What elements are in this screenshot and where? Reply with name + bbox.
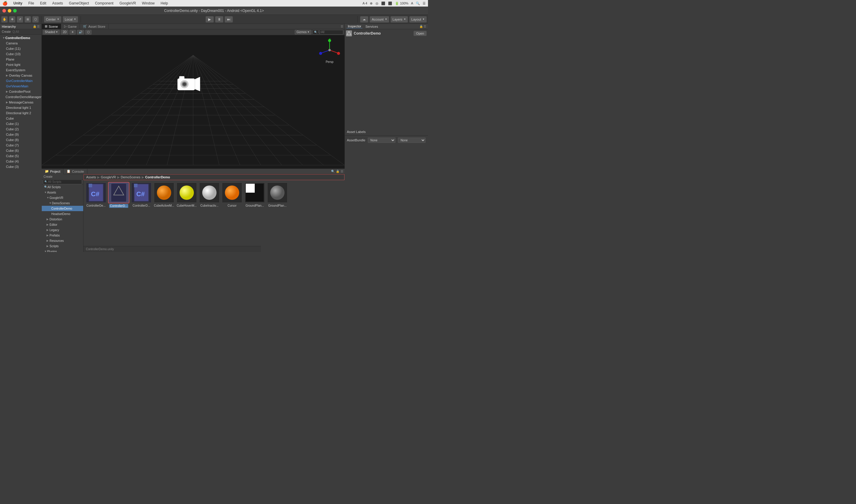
tool-hand[interactable]: ✋ xyxy=(1,16,8,23)
menu-help[interactable]: Help xyxy=(160,1,170,5)
layout-dropdown[interactable]: Layout ▼ xyxy=(409,16,427,23)
maximize-button[interactable] xyxy=(13,9,17,13)
asset-item-controllerd-unity[interactable]: ControllerD... xyxy=(109,182,129,208)
tree-gvr-viewer[interactable]: GvrViewerMain xyxy=(0,84,41,89)
project-demoscenes[interactable]: ▼ DemoScenes xyxy=(42,200,83,206)
asset-item-cube-inactive[interactable]: CubeInactiv... xyxy=(199,182,219,207)
hierarchy-menu-icon[interactable]: ☰ xyxy=(37,25,40,28)
hierarchy-tab[interactable]: Hierarchy xyxy=(2,25,16,28)
step-button[interactable]: ⏭ xyxy=(225,16,233,23)
tree-cube2[interactable]: Cube (2) xyxy=(0,126,41,132)
shaded-dropdown[interactable]: Shaded ▼ xyxy=(43,30,60,35)
gizmos-dropdown[interactable]: Gizmos ▼ xyxy=(295,30,311,35)
scene-search-bar[interactable]: 🔍 xyxy=(313,30,343,35)
audio-toggle[interactable]: 🔊 xyxy=(77,30,84,35)
hierarchy-create-btn[interactable]: Create xyxy=(1,30,11,33)
tree-cube11[interactable]: Cube (11) xyxy=(0,46,41,51)
menu-file[interactable]: File xyxy=(27,1,35,5)
breadcrumb-googlevr[interactable]: GoogleVR xyxy=(101,175,116,179)
scene-panel-menu[interactable]: ☰ xyxy=(341,25,343,28)
tab-console[interactable]: 📋 Console xyxy=(64,169,87,174)
project-scripts[interactable]: ▶ Scripts xyxy=(42,244,83,249)
project-headsetdemo[interactable]: HeadsetDemo xyxy=(42,211,83,217)
inspector-menu-icon[interactable]: ☰ xyxy=(424,25,426,28)
tree-cube4[interactable]: Cube (4) xyxy=(0,159,41,164)
project-resources[interactable]: ▶ Resources xyxy=(42,238,83,244)
tree-dir-light-2[interactable]: Directional light 2 xyxy=(0,110,41,116)
scene-viewport[interactable]: Y X Z Persp xyxy=(42,35,344,168)
tree-gvr-controller[interactable]: GvrControllerMain xyxy=(0,78,41,84)
menu-unity[interactable]: Unity xyxy=(12,1,23,5)
tree-cube7[interactable]: Cube (7) xyxy=(0,143,41,148)
tree-demo-manager[interactable]: ControllerDemoManager xyxy=(0,94,41,100)
asset-item-cube-active[interactable]: CubeActiveM... xyxy=(154,182,174,207)
bottom-panel-search-icon[interactable]: 🔍 xyxy=(331,170,335,173)
asset-item-ground-plan-1[interactable]: GroundPlan... xyxy=(245,182,265,207)
hierarchy-root[interactable]: ▼ ControllerDemo xyxy=(0,35,41,40)
tree-point-light[interactable]: Point light xyxy=(0,62,41,67)
tree-camera[interactable]: Camera xyxy=(0,40,41,46)
project-assets[interactable]: ▼ Assets xyxy=(42,190,83,195)
account-dropdown[interactable]: Account ▼ xyxy=(370,16,389,23)
minimize-button[interactable] xyxy=(8,9,11,13)
tree-cube8[interactable]: Cube (8) xyxy=(0,137,41,143)
project-editor[interactable]: ▶ Editor xyxy=(42,222,83,227)
hierarchy-lock-icon[interactable]: 🔒 xyxy=(33,25,36,28)
menu-window[interactable]: Window xyxy=(141,1,156,5)
project-all-scripts[interactable]: 🔍 All Scripts xyxy=(42,184,83,190)
tab-asset-store[interactable]: 🛒 Asset Store xyxy=(80,24,109,29)
project-prefabs[interactable]: ▶ Prefabs xyxy=(42,233,83,238)
asset-item-controllerd-cs[interactable]: C# ControllerD... xyxy=(131,182,151,207)
asset-item-controller-de[interactable]: C# ControllerDe... xyxy=(86,182,106,207)
tab-project[interactable]: 📁 Project xyxy=(42,169,64,174)
asset-item-ground-plan-2[interactable]: GroundPlan... xyxy=(267,182,287,207)
services-tab[interactable]: Services xyxy=(364,25,379,28)
asset-item-cube-hover[interactable]: CubeHoverM... xyxy=(177,182,197,207)
tree-cube[interactable]: Cube xyxy=(0,116,41,121)
transform-center-dropdown[interactable]: Center ▼ xyxy=(44,16,61,23)
tree-overlay-canvas[interactable]: ▶ Overlay Canvas xyxy=(0,73,41,78)
bottom-panel-lock-icon[interactable]: 🔒 xyxy=(336,170,339,173)
project-controllerdemo[interactable]: ControllerDemo xyxy=(42,206,83,211)
menu-gameobject[interactable]: GameObject xyxy=(68,1,90,5)
scene-gizmo[interactable]: Y X Z Persp xyxy=(318,38,341,62)
tab-scene[interactable]: ⊞ Scene xyxy=(42,24,61,29)
inspector-tab[interactable]: Inspector xyxy=(346,24,362,28)
transform-local-dropdown[interactable]: Local ▼ xyxy=(63,16,78,23)
tab-game[interactable]: ▷ Game xyxy=(61,24,80,29)
tree-eventsystem[interactable]: EventSystem xyxy=(0,67,41,73)
asset-bundle-select-2[interactable]: None xyxy=(398,138,426,143)
menu-edit[interactable]: Edit xyxy=(39,1,48,5)
inspector-lock-icon[interactable]: 🔒 xyxy=(420,25,423,28)
menu-googlevr[interactable]: GoogleVR xyxy=(118,1,137,5)
asset-bundle-select[interactable]: None xyxy=(368,138,395,143)
project-googlevr[interactable]: ▼ GoogleVR xyxy=(42,195,83,200)
menu-assets[interactable]: Assets xyxy=(51,1,64,5)
scene-search-input[interactable] xyxy=(318,31,342,34)
close-button[interactable] xyxy=(2,9,6,13)
open-button[interactable]: Open xyxy=(413,31,427,36)
bottom-panel-menu-icon[interactable]: ☰ xyxy=(341,170,343,173)
project-create-btn[interactable]: Create xyxy=(43,175,53,178)
asset-item-cursor[interactable]: Cursor xyxy=(222,182,242,207)
tree-controller-pivot[interactable]: ▶ ControllerPivot xyxy=(0,89,41,94)
tool-rect[interactable]: ⬡ xyxy=(32,16,39,23)
tree-cube9[interactable]: Cube (9) xyxy=(0,132,41,137)
tool-move[interactable]: ✥ xyxy=(9,16,16,23)
tree-cube10[interactable]: Cube (10) xyxy=(0,51,41,57)
cloud-button[interactable]: ☁ xyxy=(360,16,368,23)
project-distortion[interactable]: ▶ Distortion xyxy=(42,217,83,222)
light-toggle[interactable]: ☀ xyxy=(70,30,76,35)
layers-dropdown[interactable]: Layers ▼ xyxy=(390,16,408,23)
tree-dir-light-1[interactable]: Directional light 1 xyxy=(0,105,41,110)
breadcrumb-demoscenes[interactable]: DemoScenes xyxy=(121,175,141,179)
tree-cube1[interactable]: Cube (1) xyxy=(0,121,41,126)
tree-cube6[interactable]: Cube (6) xyxy=(0,148,41,153)
tool-rotate[interactable]: ↺ xyxy=(17,16,23,23)
pause-button[interactable]: ⏸ xyxy=(215,16,224,23)
effect-toggle[interactable]: ⬡ xyxy=(85,30,92,35)
tree-cube3[interactable]: Cube (3) xyxy=(0,164,41,168)
play-button[interactable]: ▶ xyxy=(206,16,214,23)
project-legacy[interactable]: ▶ Legacy xyxy=(42,227,83,233)
project-search-bar[interactable]: 🔍 All Scripts xyxy=(43,180,82,184)
